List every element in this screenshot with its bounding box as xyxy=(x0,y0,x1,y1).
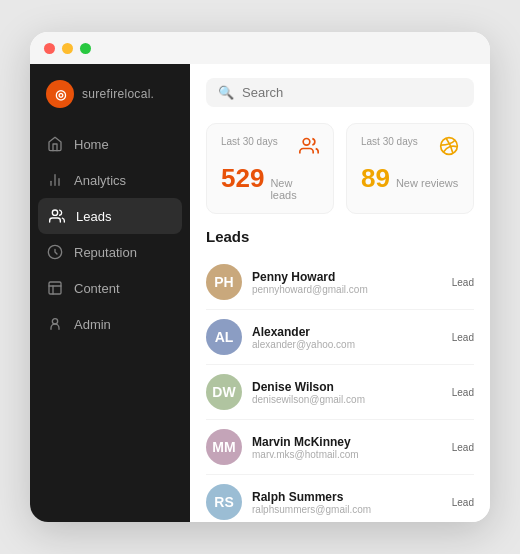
lead-info: Marvin McKinney marv.mks@hotmail.com xyxy=(252,435,442,460)
sidebar-item-leads[interactable]: Leads xyxy=(38,198,182,234)
stat-desc-text: New leads xyxy=(270,177,319,201)
content-icon xyxy=(46,279,64,297)
maximize-dot[interactable] xyxy=(80,43,91,54)
leads-stat-icon xyxy=(299,136,319,160)
search-icon: 🔍 xyxy=(218,85,234,100)
search-wrap: 🔍 xyxy=(206,78,474,107)
stat-period: Last 30 days xyxy=(361,136,418,147)
lead-item[interactable]: PH Penny Howard pennyhoward@gmail.com Le… xyxy=(206,255,474,310)
lead-name: Marvin McKinney xyxy=(252,435,442,449)
stat-number: 529 xyxy=(221,164,264,193)
lead-item[interactable]: AL Alexander alexander@yahoo.com Lead xyxy=(206,310,474,365)
stat-value-row: 529 New leads xyxy=(221,164,319,201)
lead-badge: Lead xyxy=(452,332,474,343)
sidebar-label-content: Content xyxy=(74,281,120,296)
lead-item[interactable]: DW Denise Wilson denisewilson@gmail.com … xyxy=(206,365,474,420)
svg-point-9 xyxy=(303,139,310,146)
lead-badge: Lead xyxy=(452,442,474,453)
lead-avatar: PH xyxy=(206,264,242,300)
lead-avatar: MM xyxy=(206,429,242,465)
search-input[interactable] xyxy=(242,85,462,100)
sidebar-item-home[interactable]: Home xyxy=(30,126,190,162)
sidebar-label-analytics: Analytics xyxy=(74,173,126,188)
lead-badge: Lead xyxy=(452,497,474,508)
stats-row: Last 30 days 529 New leads Last 30 days … xyxy=(190,117,490,228)
nav-container: Home Analytics Leads Reputation Content … xyxy=(30,126,190,342)
lead-name: Penny Howard xyxy=(252,270,442,284)
reputation-icon xyxy=(46,243,64,261)
svg-rect-5 xyxy=(49,282,61,294)
analytics-icon xyxy=(46,171,64,189)
logo: ◎ surefirelocal. xyxy=(30,80,190,126)
lead-name: Ralph Summers xyxy=(252,490,442,504)
sidebar-item-reputation[interactable]: Reputation xyxy=(30,234,190,270)
sidebar-label-home: Home xyxy=(74,137,109,152)
sidebar-label-admin: Admin xyxy=(74,317,111,332)
lead-email: ralphsummers@gmail.com xyxy=(252,504,442,515)
lead-email: pennyhoward@gmail.com xyxy=(252,284,442,295)
lead-info: Penny Howard pennyhoward@gmail.com xyxy=(252,270,442,295)
search-bar: 🔍 xyxy=(190,64,490,117)
lead-badge: Lead xyxy=(452,387,474,398)
minimize-dot[interactable] xyxy=(62,43,73,54)
stat-header: Last 30 days xyxy=(221,136,319,160)
lead-list: PH Penny Howard pennyhoward@gmail.com Le… xyxy=(206,255,474,522)
stat-desc-text: New reviews xyxy=(396,177,458,189)
close-dot[interactable] xyxy=(44,43,55,54)
lead-avatar: DW xyxy=(206,374,242,410)
stat-value-row: 89 New reviews xyxy=(361,164,459,193)
lead-name: Denise Wilson xyxy=(252,380,442,394)
app-body: ◎ surefirelocal. Home Analytics Leads Re… xyxy=(30,64,490,522)
sidebar-label-reputation: Reputation xyxy=(74,245,137,260)
lead-email: alexander@yahoo.com xyxy=(252,339,442,350)
lead-name: Alexander xyxy=(252,325,442,339)
lead-badge: Lead xyxy=(452,277,474,288)
lead-item[interactable]: RS Ralph Summers ralphsummers@gmail.com … xyxy=(206,475,474,522)
leads-section-title: Leads xyxy=(206,228,474,245)
leads-section: Leads PH Penny Howard pennyhoward@gmail.… xyxy=(190,228,490,522)
admin-icon xyxy=(46,315,64,333)
reviews-stat-icon xyxy=(439,136,459,160)
lead-info: Ralph Summers ralphsummers@gmail.com xyxy=(252,490,442,515)
svg-point-8 xyxy=(52,319,57,324)
stat-number: 89 xyxy=(361,164,390,193)
titlebar xyxy=(30,32,490,64)
brand-name: surefire xyxy=(82,87,124,101)
logo-text: surefirelocal. xyxy=(82,87,154,101)
home-icon xyxy=(46,135,64,153)
lead-avatar: AL xyxy=(206,319,242,355)
stat-card-leads-stat: Last 30 days 529 New leads xyxy=(206,123,334,214)
stat-period: Last 30 days xyxy=(221,136,278,147)
lead-email: denisewilson@gmail.com xyxy=(252,394,442,405)
sidebar-item-content[interactable]: Content xyxy=(30,270,190,306)
app-window: ◎ surefirelocal. Home Analytics Leads Re… xyxy=(30,32,490,522)
leads-icon xyxy=(48,207,66,225)
logo-icon: ◎ xyxy=(46,80,74,108)
sidebar: ◎ surefirelocal. Home Analytics Leads Re… xyxy=(30,64,190,522)
lead-item[interactable]: MM Marvin McKinney marv.mks@hotmail.com … xyxy=(206,420,474,475)
stat-header: Last 30 days xyxy=(361,136,459,160)
lead-avatar: RS xyxy=(206,484,242,520)
lead-info: Denise Wilson denisewilson@gmail.com xyxy=(252,380,442,405)
svg-point-3 xyxy=(52,210,57,215)
lead-email: marv.mks@hotmail.com xyxy=(252,449,442,460)
sidebar-item-admin[interactable]: Admin xyxy=(30,306,190,342)
main-content: 🔍 Last 30 days 529 New leads Last 30 day… xyxy=(190,64,490,522)
sidebar-label-leads: Leads xyxy=(76,209,111,224)
brand-suffix: local. xyxy=(124,87,154,101)
stat-card-reviews-stat: Last 30 days 89 New reviews xyxy=(346,123,474,214)
sidebar-item-analytics[interactable]: Analytics xyxy=(30,162,190,198)
lead-info: Alexander alexander@yahoo.com xyxy=(252,325,442,350)
